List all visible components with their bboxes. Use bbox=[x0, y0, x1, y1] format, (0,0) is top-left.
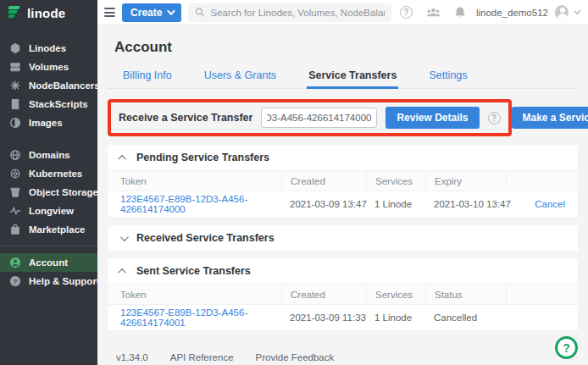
sent-table-header: Token Created Services Status bbox=[108, 284, 578, 304]
volumes-icon bbox=[9, 61, 21, 73]
sidebar-nav: Linodes Volumes NodeBalancers StackScrip… bbox=[0, 25, 97, 290]
help-icon[interactable]: ? bbox=[400, 6, 413, 19]
pending-transfers-card: Pending Service Transfers Token Created … bbox=[108, 145, 578, 218]
kubernetes-icon bbox=[9, 168, 21, 180]
username-label[interactable]: linode_demo512 bbox=[476, 8, 548, 18]
app-window: linode Linodes Volumes NodeBalancers Sta… bbox=[0, 0, 588, 365]
domains-globe-icon bbox=[9, 149, 21, 161]
sidebar-item-help-support[interactable]: ? Help & Support bbox=[0, 272, 97, 290]
sidebar-item-linodes[interactable]: Linodes bbox=[0, 39, 97, 58]
sent-created-cell: 2021-03-09 11:33 bbox=[290, 312, 374, 323]
chevron-down-icon bbox=[120, 233, 129, 241]
received-accordion-header[interactable]: Received Service Transfers bbox=[108, 225, 578, 251]
tab-settings[interactable]: Settings bbox=[427, 64, 469, 88]
linode-logo-text: linode bbox=[27, 6, 65, 20]
user-avatar[interactable] bbox=[555, 5, 569, 20]
main-area: Create ? linode_demo512 bbox=[97, 0, 588, 365]
question-circle-icon: ? bbox=[9, 275, 21, 287]
pending-accordion-header[interactable]: Pending Service Transfers bbox=[108, 145, 578, 170]
topbar-icons: ? bbox=[400, 6, 466, 19]
shopping-bag-icon bbox=[9, 224, 21, 235]
create-button[interactable]: Create bbox=[122, 3, 181, 22]
tab-service-transfers[interactable]: Service Transfers bbox=[307, 64, 398, 88]
make-service-transfer-button[interactable]: Make a Service Transfer bbox=[512, 107, 588, 129]
images-icon bbox=[9, 117, 21, 129]
sidebar-item-domains[interactable]: Domains bbox=[0, 146, 97, 164]
sent-status-cell: Cancelled bbox=[434, 312, 514, 323]
search-icon bbox=[195, 7, 205, 18]
sidebar-item-nodebalancers[interactable]: NodeBalancers bbox=[0, 76, 97, 95]
annotation-highlight-box: Receive a Service Transfer Review Detail… bbox=[108, 99, 512, 136]
tab-billing-info[interactable]: Billing Info bbox=[121, 64, 174, 88]
sent-services-cell: 1 Linode bbox=[374, 312, 434, 323]
svg-text:?: ? bbox=[14, 278, 18, 285]
col-token: Token bbox=[120, 171, 290, 191]
sent-token-link[interactable]: 123E4567-E89B-12D3-A456-426614174001 bbox=[120, 307, 247, 328]
hamburger-menu-icon[interactable] bbox=[104, 8, 115, 17]
app-version-label: v1.34.0 bbox=[116, 352, 148, 362]
sidebar-item-stackscripts[interactable]: StackScripts bbox=[0, 95, 97, 113]
pending-created-cell: 2021-03-09 13:47 bbox=[290, 199, 374, 209]
linode-logo-icon bbox=[8, 6, 22, 19]
col-token: Token bbox=[120, 285, 290, 304]
page-title: Account bbox=[114, 39, 578, 56]
sidebar-item-volumes[interactable]: Volumes bbox=[0, 58, 97, 76]
cancel-transfer-link[interactable]: Cancel bbox=[535, 199, 565, 209]
help-bubble-button[interactable]: ? bbox=[555, 336, 578, 359]
pending-table-header: Token Created Services Expiry bbox=[108, 170, 578, 191]
notifications-bell-icon[interactable] bbox=[454, 6, 466, 19]
sidebar-item-images[interactable]: Images bbox=[0, 113, 97, 132]
sent-table-row: 123E4567-E89B-12D3-A456-426614174001 202… bbox=[108, 304, 578, 331]
pending-table-row: 123E4567-E89B-12D3-A456-426614174000 202… bbox=[108, 191, 578, 218]
stackscripts-icon bbox=[9, 98, 21, 110]
receive-transfer-label: Receive a Service Transfer bbox=[119, 112, 252, 124]
account-page: Account Billing Info Users & Grants Serv… bbox=[97, 25, 588, 365]
community-icon[interactable] bbox=[426, 7, 441, 19]
pending-expiry-cell: 2021-03-10 13:47 bbox=[434, 199, 514, 209]
chevron-up-icon bbox=[118, 154, 126, 163]
receive-transfer-row: Receive a Service Transfer Review Detail… bbox=[108, 99, 578, 136]
user-menu-chevron-icon[interactable] bbox=[574, 8, 580, 14]
linode-logo[interactable]: linode bbox=[0, 0, 97, 25]
linode-hexagon-icon bbox=[9, 42, 21, 54]
col-expiry: Expiry bbox=[425, 171, 514, 191]
col-services: Services bbox=[366, 285, 434, 304]
sidebar-divider bbox=[0, 246, 97, 246]
page-footer: v1.34.0 API Reference Provide Feedback bbox=[108, 339, 578, 362]
sidebar-item-longview[interactable]: Longview bbox=[0, 202, 97, 220]
chevron-down-icon bbox=[167, 7, 175, 15]
sidebar-item-object-storage[interactable]: Object Storage bbox=[0, 183, 97, 202]
api-reference-link[interactable]: API Reference bbox=[170, 352, 234, 362]
sent-transfers-card: Sent Service Transfers Token Created Ser… bbox=[108, 258, 578, 331]
provide-feedback-link[interactable]: Provide Feedback bbox=[256, 352, 335, 362]
bucket-icon bbox=[9, 186, 21, 198]
review-details-button[interactable]: Review Details bbox=[386, 107, 479, 129]
chevron-up-icon bbox=[118, 268, 126, 276]
receive-help-icon[interactable]: ? bbox=[488, 112, 501, 124]
transfer-token-input[interactable] bbox=[261, 108, 377, 128]
tab-users-grants[interactable]: Users & Grants bbox=[202, 64, 278, 88]
sidebar-item-account[interactable]: Account bbox=[0, 253, 97, 272]
sidebar: linode Linodes Volumes NodeBalancers Sta… bbox=[0, 0, 97, 365]
sidebar-item-kubernetes[interactable]: Kubernetes bbox=[0, 164, 97, 183]
account-tabs: Billing Info Users & Grants Service Tran… bbox=[108, 64, 578, 89]
col-created: Created bbox=[281, 285, 374, 304]
col-status: Status bbox=[425, 285, 514, 304]
pulse-line-icon bbox=[9, 205, 21, 217]
account-person-icon bbox=[9, 257, 21, 268]
col-created: Created bbox=[281, 171, 374, 191]
col-services: Services bbox=[366, 171, 434, 191]
search-input[interactable] bbox=[210, 8, 384, 18]
pending-token-link[interactable]: 123E4567-E89B-12D3-A456-426614174000 bbox=[120, 194, 247, 214]
sent-accordion-header[interactable]: Sent Service Transfers bbox=[108, 258, 578, 284]
pending-services-cell: 1 Linode bbox=[374, 199, 434, 209]
sidebar-item-marketplace[interactable]: Marketplace bbox=[0, 220, 97, 239]
topbar: Create ? linode_demo512 bbox=[97, 0, 588, 25]
received-transfers-card: Received Service Transfers bbox=[108, 225, 578, 251]
nodebalancer-icon bbox=[9, 80, 21, 91]
search-bar[interactable] bbox=[188, 3, 391, 22]
